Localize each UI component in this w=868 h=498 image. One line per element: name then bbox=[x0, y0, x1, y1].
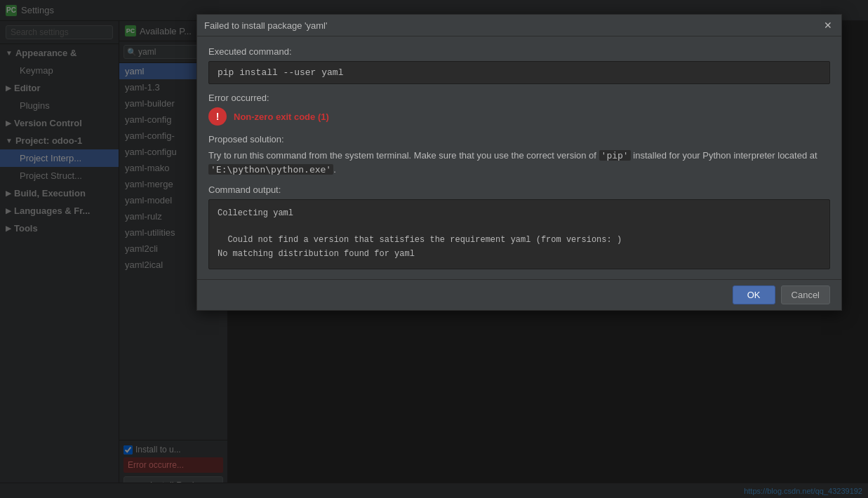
error-message-text: Non-zero exit code (1) bbox=[234, 112, 329, 122]
ok-button[interactable]: OK bbox=[733, 285, 775, 304]
command-output-box: Collecting yaml Could not find a version… bbox=[208, 199, 830, 269]
dialog-body: Executed command: pip install --user yam… bbox=[197, 36, 841, 279]
dialog-footer: OK Cancel bbox=[197, 279, 841, 310]
dialog-close-button[interactable]: ✕ bbox=[822, 19, 834, 32]
command-output-label: Command output: bbox=[208, 184, 830, 195]
error-section: Error occurred: ! Non-zero exit code (1) bbox=[208, 93, 830, 126]
error-dialog: Failed to install package 'yaml' ✕ Execu… bbox=[196, 14, 842, 311]
command-box: pip install --user yaml bbox=[208, 61, 830, 84]
dialog-title: Failed to install package 'yaml' bbox=[204, 20, 328, 31]
dialog-title-bar: Failed to install package 'yaml' ✕ bbox=[197, 15, 841, 36]
executed-command-label: Executed command: bbox=[208, 46, 830, 57]
proposed-text: Try to run this command from the system … bbox=[208, 149, 830, 176]
proposed-solution-label: Proposed solution: bbox=[208, 134, 830, 144]
error-occurred-label: Error occurred: bbox=[208, 93, 830, 103]
cancel-button[interactable]: Cancel bbox=[781, 285, 830, 304]
error-row: ! Non-zero exit code (1) bbox=[208, 107, 830, 126]
proposed-section: Proposed solution: Try to run this comma… bbox=[208, 134, 830, 176]
error-icon: ! bbox=[208, 107, 227, 126]
